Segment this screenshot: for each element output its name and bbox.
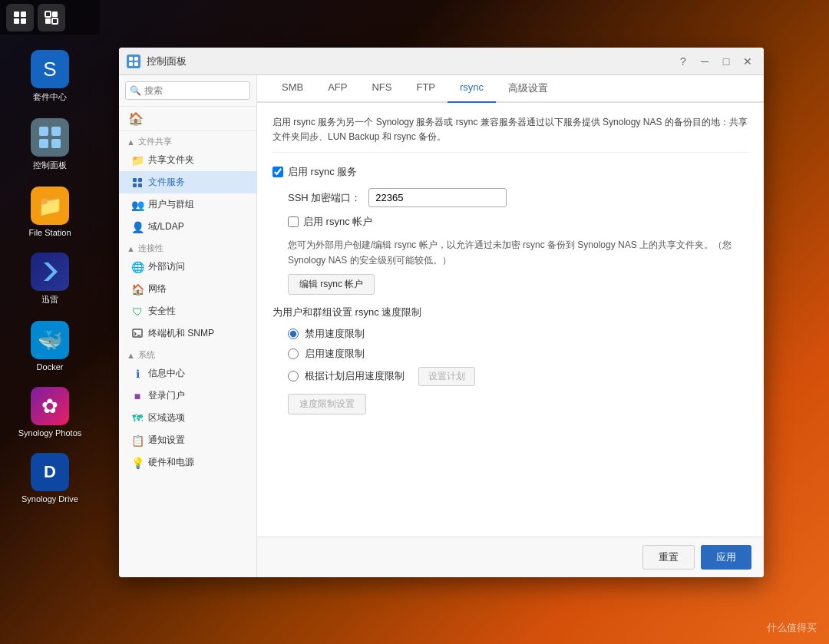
app-synology-drive[interactable]: D Synology Drive bbox=[18, 449, 82, 507]
ssh-port-label: SSH 加密端口： bbox=[288, 191, 361, 205]
enable-rsync-checkbox[interactable] bbox=[272, 167, 283, 177]
search-icon: 🔍 bbox=[130, 85, 141, 96]
sidebar-item-hardware-power[interactable]: 💡 硬件和电源 bbox=[119, 451, 256, 474]
window-restore-btn[interactable]: □ bbox=[718, 53, 735, 70]
disable-limit-row: 禁用速度限制 bbox=[288, 327, 748, 341]
disable-limit-label: 禁用速度限制 bbox=[305, 327, 365, 341]
hardware-icon: 💡 bbox=[131, 457, 144, 469]
app-docker[interactable]: 🐳 Docker bbox=[27, 317, 73, 375]
ssh-port-input[interactable] bbox=[368, 188, 507, 207]
disable-limit-radio[interactable] bbox=[288, 329, 299, 339]
ssh-port-row: SSH 加密端口： bbox=[288, 188, 748, 207]
account-description-section: 您可为外部用户创建/编辑 rsync 帐户，以允许通过未加密 rsync 备份到… bbox=[288, 238, 748, 294]
sidebar-item-info-center[interactable]: ℹ 信息中心 bbox=[119, 362, 256, 385]
window-title-text: 控制面板 bbox=[147, 54, 669, 68]
app-control-panel[interactable]: 控制面板 bbox=[27, 114, 73, 175]
sidebar-item-domain-ldap[interactable]: 👤 域/LDAP bbox=[119, 216, 256, 238]
enable-limit-label: 启用速度限制 bbox=[305, 347, 365, 361]
tab-ftp[interactable]: FTP bbox=[404, 75, 448, 103]
svg-rect-13 bbox=[134, 57, 138, 61]
rsync-description: 启用 rsync 服务为另一个 Synology 服务器或 rsync 兼容服务… bbox=[272, 115, 748, 153]
sidebar-item-external-access[interactable]: 🌐 外部访问 bbox=[119, 256, 256, 278]
app-file-station[interactable]: 📁 File Station bbox=[25, 183, 74, 241]
region-icon: 🗺 bbox=[131, 412, 144, 424]
app-label-file-station: File Station bbox=[28, 228, 71, 237]
app-label-package-center: 套件中心 bbox=[33, 91, 67, 103]
enable-limit-radio[interactable] bbox=[288, 348, 299, 359]
sidebar-item-security[interactable]: 🛡 安全性 bbox=[119, 300, 256, 322]
sidebar-item-shared-folder[interactable]: 📁 共享文件夹 bbox=[119, 149, 256, 171]
sidebar-item-file-service[interactable]: 文件服务 bbox=[119, 171, 256, 193]
sidebar-item-notification[interactable]: 📋 通知设置 bbox=[119, 429, 256, 451]
tab-advanced[interactable]: 高级设置 bbox=[496, 75, 560, 103]
window-titlebar: 控制面板 ? ─ □ ✕ bbox=[119, 48, 764, 75]
enable-limit-row: 启用速度限制 bbox=[288, 347, 748, 361]
sidebar-section-file-sharing: ▲ 文件共享 bbox=[119, 131, 256, 149]
svg-rect-15 bbox=[134, 62, 138, 66]
tab-rsync[interactable]: rsync bbox=[448, 75, 496, 103]
edit-rsync-account-btn[interactable]: 编辑 rsync 帐户 bbox=[288, 274, 375, 295]
home-icon: 🏠 bbox=[128, 111, 144, 126]
speed-limit-settings-btn[interactable]: 速度限制设置 bbox=[288, 394, 366, 414]
sidebar: 🔍 🏠 ▲ 文件共享 📁 共享文件夹 bbox=[119, 75, 257, 577]
schedule-limit-row: 根据计划启用速度限制 设置计划 bbox=[288, 367, 748, 386]
enable-rsync-section: 启用 rsync 服务 SSH 加密端口： 启用 rsync 帐户 您可 bbox=[272, 165, 748, 294]
search-input[interactable] bbox=[125, 81, 250, 100]
sidebar-item-user-group[interactable]: 👥 用户与群组 bbox=[119, 193, 256, 216]
sidebar-item-terminal-snmp[interactable]: 终端机和 SNMP bbox=[119, 322, 256, 345]
sidebar-item-region[interactable]: 🗺 区域选项 bbox=[119, 407, 256, 429]
app-xunlei[interactable]: 迅雷 bbox=[27, 249, 73, 309]
svg-rect-19 bbox=[138, 183, 142, 187]
enable-rsync-account-label: 启用 rsync 帐户 bbox=[303, 215, 372, 229]
window-controls: ? ─ □ ✕ bbox=[675, 53, 756, 70]
sidebar-item-login-portal[interactable]: ■ 登录门户 bbox=[119, 385, 256, 407]
enable-rsync-account-row: 启用 rsync 帐户 bbox=[288, 215, 748, 229]
sidebar-item-network[interactable]: 🏠 网络 bbox=[119, 278, 256, 300]
control-panel-window: 控制面板 ? ─ □ ✕ 🔍 🏠 ▲ 文件共享 bbox=[119, 48, 764, 577]
app-label-docker: Docker bbox=[37, 362, 64, 372]
window-body: 🔍 🏠 ▲ 文件共享 📁 共享文件夹 bbox=[119, 75, 764, 577]
main-content: SMB AFP NFS FTP rsync 高级设置 启用 rsync 服务为另… bbox=[257, 75, 764, 577]
window-close-btn[interactable]: ✕ bbox=[739, 53, 756, 70]
app-label-synology-drive: Synology Drive bbox=[21, 494, 78, 504]
svg-rect-10 bbox=[39, 139, 48, 148]
sidebar-search-area: 🔍 bbox=[119, 75, 256, 107]
tab-nfs[interactable]: NFS bbox=[359, 75, 404, 103]
external-access-icon: 🌐 bbox=[131, 261, 144, 273]
speed-limit-section: 为用户和群组设置 rsync 速度限制 禁用速度限制 启用速度限制 根据计 bbox=[272, 305, 748, 414]
reset-btn[interactable]: 重置 bbox=[642, 545, 695, 570]
schedule-limit-radio[interactable] bbox=[288, 371, 299, 381]
enable-rsync-label: 启用 rsync 服务 bbox=[288, 165, 357, 179]
account-description: 您可为外部用户创建/编辑 rsync 帐户，以允许通过未加密 rsync 备份到… bbox=[288, 238, 748, 267]
tab-afp[interactable]: AFP bbox=[315, 75, 359, 103]
svg-rect-17 bbox=[138, 178, 142, 182]
tab-smb[interactable]: SMB bbox=[269, 75, 315, 103]
bottom-bar: 重置 应用 bbox=[257, 537, 764, 577]
security-icon: 🛡 bbox=[131, 305, 144, 318]
file-service-icon bbox=[131, 177, 144, 189]
speed-limit-title: 为用户和群组设置 rsync 速度限制 bbox=[272, 305, 748, 319]
sidebar-home-btn[interactable]: 🏠 bbox=[119, 107, 256, 131]
user-group-icon: 👥 bbox=[131, 199, 144, 211]
taskbar: S 套件中心 控制面板 📁 File Station 迅雷 🐳 bbox=[0, 0, 100, 644]
speed-limit-radio-group: 禁用速度限制 启用速度限制 根据计划启用速度限制 设置计划 bbox=[288, 327, 748, 386]
set-schedule-btn[interactable]: 设置计划 bbox=[418, 367, 475, 386]
svg-rect-8 bbox=[39, 127, 48, 136]
tabs-bar: SMB AFP NFS FTP rsync 高级设置 bbox=[257, 75, 764, 103]
window-help-btn[interactable]: ? bbox=[675, 53, 692, 70]
window-minimize-btn[interactable]: ─ bbox=[696, 53, 713, 70]
notification-icon: 📋 bbox=[131, 434, 144, 447]
apply-btn[interactable]: 应用 bbox=[701, 545, 751, 570]
app-label-xunlei: 迅雷 bbox=[41, 294, 58, 305]
login-icon: ■ bbox=[131, 390, 144, 402]
content-area: 启用 rsync 服务为另一个 Synology 服务器或 rsync 兼容服务… bbox=[257, 103, 764, 537]
sidebar-section-system: ▲ 系统 bbox=[119, 345, 256, 362]
enable-rsync-account-checkbox[interactable] bbox=[288, 216, 299, 227]
shared-folder-icon: 📁 bbox=[131, 154, 144, 167]
terminal-icon bbox=[131, 328, 144, 340]
sidebar-section-connectivity: ▲ 连接性 bbox=[119, 238, 256, 256]
schedule-limit-label: 根据计划启用速度限制 bbox=[305, 369, 405, 383]
app-synology-photos[interactable]: ✿ Synology Photos bbox=[15, 383, 86, 441]
app-package-center[interactable]: S 套件中心 bbox=[27, 46, 73, 107]
app-label-control-panel: 控制面板 bbox=[33, 160, 67, 171]
